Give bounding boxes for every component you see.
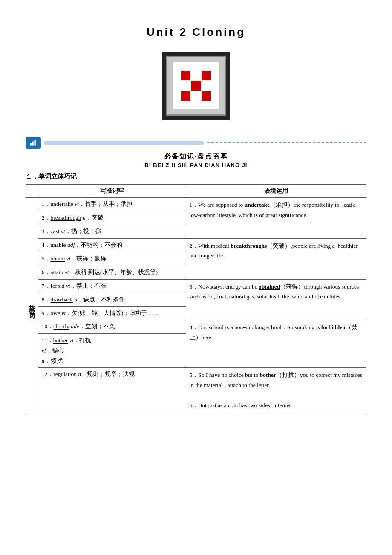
left-cell-3: 3．cast vt．扔；投；掷 [38, 225, 186, 238]
right-cell-1: 1．We are supposed to undertake（承担）the re… [186, 198, 366, 239]
svg-rect-5 [30, 143, 32, 146]
word-regulation: regulation [53, 371, 77, 377]
word-attain: attain [51, 269, 63, 275]
word-bother: bother [53, 337, 68, 344]
word-bother-usage: bother [260, 372, 276, 378]
title-section: Unit 2 Cloning [26, 26, 366, 39]
label-cell: 核心单词 [26, 198, 38, 413]
table-row: 核心单词 1．undertake vt．着手；从事；承担 1．We are su… [26, 198, 366, 211]
word-breakthrough: breakthrough [51, 214, 81, 221]
table-row: 4．unable adj．不能的；不会的 2．With medical brea… [26, 238, 366, 252]
image-box [162, 52, 230, 120]
right-cell-4: 4．Our school is a non-smoking school．So … [186, 320, 366, 368]
svg-rect-2 [191, 81, 201, 91]
word-obtained-usage: obtained [259, 283, 280, 290]
right-cell-2: 2．With medical breakthroughs（突破）,people … [186, 238, 366, 279]
left-cell-6: 6．attain vt．获得 到达(水平、年龄、状况等) [38, 266, 186, 279]
word-drawback: drawback [51, 296, 73, 303]
left-cell-9: 9．owe vt．欠(账、钱、人情等)；归功于…… [38, 306, 186, 320]
red-x-icon [179, 69, 213, 103]
section-title-pinyin: BI BEI ZHI SHI PAN DIAN HANG JI [26, 162, 366, 168]
table-row: 12．regulation n．规则；规章；法规 5．So I have no … [26, 368, 366, 413]
section-title-cn: 必备知识·盘点夯基 [26, 152, 366, 161]
word-cast: cast [51, 228, 60, 234]
col2-header: 语境运用 [186, 185, 366, 198]
page-title: Unit 2 Cloning [26, 26, 366, 39]
word-undertake: undertake [51, 201, 73, 207]
svg-rect-0 [181, 71, 190, 80]
word-breakthroughs-usage: breakthroughs [231, 243, 267, 249]
left-cell-8: 8．drawback n．缺点；不利条件 [38, 293, 186, 306]
col1-header: 写准记牢 [38, 185, 186, 198]
word-obtain: obtain [51, 255, 65, 262]
section-icon [26, 137, 41, 149]
image-section [26, 52, 366, 120]
left-cell-10: 10．shortly adv．立刻；不久 [38, 320, 186, 334]
page: Unit 2 Cloning [0, 0, 392, 555]
word-unable: unable [51, 242, 66, 248]
image-content [173, 62, 219, 109]
table-row: 10．shortly adv．立刻；不久 4．Our school is a n… [26, 320, 366, 334]
dashed-line [207, 142, 366, 143]
word-shortly: shortly [53, 323, 69, 330]
left-cell-11: 11．bother vt．打扰 vi．操心 n．烦扰 [38, 334, 186, 368]
left-cell-12: 12．regulation n．规则；规章；法规 [38, 368, 186, 413]
left-cell-2: 2．breakthrough n．突破 [38, 211, 186, 225]
right-cell-3: 3．Nowadays, energy can be obtained（获得）th… [186, 279, 366, 320]
left-cell-7: 7．forbid vt．禁止；不准 [38, 279, 186, 293]
svg-rect-3 [181, 91, 190, 101]
left-cell-1: 1．undertake vt．着手；从事；承担 [38, 198, 186, 211]
section-bar [44, 141, 204, 145]
subsection-title: １．单词立体巧记 [26, 173, 366, 181]
word-owe: owe [51, 310, 61, 316]
section-header [26, 137, 366, 149]
word-forbidden-usage: forbidden [321, 324, 346, 330]
table-row: 7．forbid vt．禁止；不准 3．Nowadays, energy can… [26, 279, 366, 293]
vocab-table: 写准记牢 语境运用 核心单词 1．undertake vt．着手；从事；承担 1… [26, 184, 366, 413]
svg-rect-1 [202, 71, 211, 80]
chart-icon [29, 139, 37, 147]
word-undertake-usage: undertake [245, 202, 270, 208]
right-cell-5: 5．So I have no choice but to bother（打扰）y… [186, 368, 366, 413]
left-cell-4: 4．unable adj．不能的；不会的 [38, 238, 186, 252]
svg-rect-4 [202, 91, 211, 101]
image-inner [166, 56, 226, 116]
word-forbid: forbid [51, 283, 65, 289]
left-cell-5: 5．obtain vt．获得；赢得 [38, 252, 186, 266]
svg-rect-6 [32, 142, 34, 146]
svg-rect-7 [35, 140, 36, 145]
